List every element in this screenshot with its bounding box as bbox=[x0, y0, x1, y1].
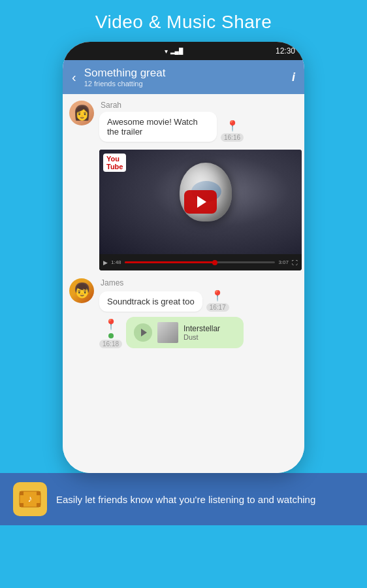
avatar-sarah: 👩 bbox=[69, 101, 94, 125]
message-meta-sarah: 📍 16:16 bbox=[221, 120, 244, 142]
music-title: Interstellar bbox=[184, 324, 220, 333]
video-duration: 3:07 bbox=[278, 259, 289, 265]
message-row-james: 👦 James Soundtrack is great too 📍 16:17 bbox=[69, 278, 298, 312]
youtube-video[interactable]: YouTube ▶ 1:48 3:07 ⛶ bbox=[99, 150, 302, 270]
youtube-logo: YouTube bbox=[103, 154, 126, 172]
message-time-music: 16:18 bbox=[99, 340, 122, 348]
wifi-icon: ▾ bbox=[165, 48, 168, 55]
music-artist: Dust bbox=[184, 333, 220, 341]
message-meta-james: 📍 16:17 bbox=[206, 289, 229, 312]
footer-text: Easily let friends know what you're list… bbox=[56, 493, 315, 506]
svg-rect-1 bbox=[20, 491, 24, 495]
signal-icon: ▂▄█ bbox=[170, 48, 184, 54]
chat-title: Something great bbox=[84, 67, 292, 80]
svg-rect-2 bbox=[37, 491, 40, 495]
music-bubble: Interstellar Dust bbox=[126, 317, 244, 348]
message-time-james: 16:17 bbox=[206, 303, 229, 312]
video-elapsed: 1:48 bbox=[111, 259, 121, 265]
music-info: Interstellar Dust bbox=[184, 324, 220, 341]
message-row-music: 📍 16:18 Interstellar Dust bbox=[99, 317, 298, 348]
chat-area: 👩 Sarah Awesome movie! Watch the trailer… bbox=[63, 94, 304, 473]
bubble-row-sarah: Awesome movie! Watch the trailer 📍 16:16 bbox=[99, 112, 244, 142]
page-title: Video & Music Share bbox=[95, 0, 272, 42]
sender-name-sarah: Sarah bbox=[101, 101, 244, 110]
message-bubble-sarah: Awesome movie! Watch the trailer bbox=[99, 112, 217, 142]
message-bubble-james: Soundtrack is great too bbox=[99, 291, 202, 312]
chat-subtitle: 12 friends chatting bbox=[84, 80, 292, 88]
message-meta-music: 📍 16:18 bbox=[99, 318, 122, 348]
message-time-sarah: 16:16 bbox=[221, 133, 244, 142]
svg-rect-3 bbox=[20, 503, 24, 507]
message-row-sarah: 👩 Sarah Awesome movie! Watch the trailer… bbox=[69, 101, 298, 142]
video-progress-dot bbox=[212, 260, 217, 265]
chat-header: ‹ Something great 12 friends chatting i bbox=[63, 60, 304, 94]
video-fullscreen-icon[interactable]: ⛶ bbox=[292, 259, 298, 266]
video-progress-bar[interactable] bbox=[125, 261, 276, 263]
music-film-icon: ♪ bbox=[18, 487, 42, 511]
video-play-icon[interactable]: ▶ bbox=[103, 259, 108, 266]
phone-mockup: ▾ ▂▄█ 12:30 ‹ Something great 12 friends… bbox=[63, 42, 304, 473]
video-progress-fill bbox=[125, 261, 215, 263]
sender-name-james: James bbox=[101, 278, 229, 287]
music-album-art bbox=[157, 322, 178, 343]
video-play-button[interactable] bbox=[184, 190, 217, 214]
footer-icon-box: ♪ bbox=[13, 482, 47, 516]
online-dot bbox=[108, 333, 114, 338]
music-play-icon bbox=[141, 329, 147, 336]
info-button[interactable]: i bbox=[292, 71, 295, 84]
svg-rect-4 bbox=[37, 503, 40, 507]
avatar-james: 👦 bbox=[69, 278, 94, 303]
back-button[interactable]: ‹ bbox=[72, 70, 76, 85]
footer-banner: ♪ Easily let friends know what you're li… bbox=[0, 473, 367, 525]
message-content-sarah: Sarah Awesome movie! Watch the trailer 📍… bbox=[99, 101, 244, 142]
bubble-row-james: Soundtrack is great too 📍 16:17 bbox=[99, 289, 229, 312]
location-icon-james: 📍 bbox=[211, 289, 224, 302]
chat-header-info: Something great 12 friends chatting bbox=[84, 67, 292, 88]
status-bar: ▾ ▂▄█ 12:30 bbox=[63, 42, 304, 60]
video-controls: ▶ 1:48 3:07 ⛶ bbox=[99, 254, 302, 270]
location-icon-music: 📍 bbox=[104, 318, 118, 331]
status-time: 12:30 bbox=[276, 46, 295, 56]
location-icon-sarah: 📍 bbox=[226, 120, 239, 132]
svg-text:♪: ♪ bbox=[28, 493, 33, 504]
message-content-james: James Soundtrack is great too 📍 16:17 bbox=[99, 278, 229, 312]
music-play-button[interactable] bbox=[134, 323, 152, 342]
